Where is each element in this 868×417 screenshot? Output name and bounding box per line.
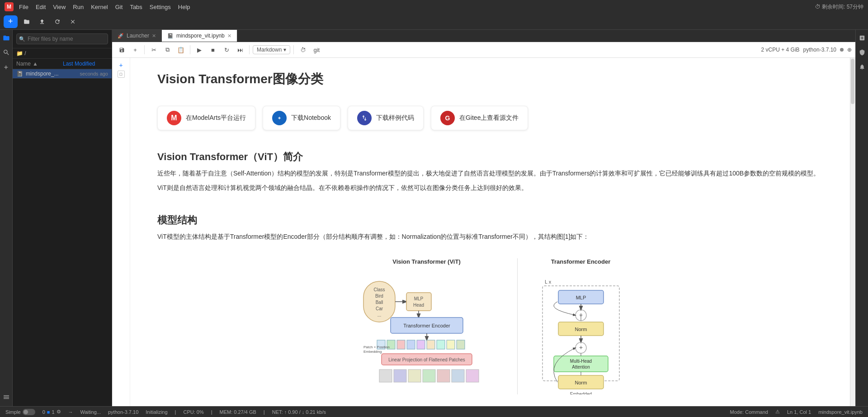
svg-rect-19	[417, 340, 425, 349]
section2-p1: ViT模型的主体结构是基于Transformer模型的Encoder部分（部分结…	[157, 232, 823, 242]
menu-edit[interactable]: Edit	[36, 4, 46, 10]
nb-clock-button[interactable]: ⏱	[297, 44, 309, 56]
notebook-main-content[interactable]: Vision Transformer图像分类 M 在ModelArts平台运行 …	[130, 58, 850, 406]
nb-cut-button[interactable]: ✂	[148, 44, 160, 56]
simple-mode-area: Simple	[5, 409, 35, 415]
column-modified-header[interactable]: Last Modified	[63, 61, 108, 67]
transformer-diagram-title: Transformer Encoder	[551, 258, 611, 265]
nb-restart-button[interactable]: ↻	[221, 44, 232, 56]
top-menu-bar: M File Edit View Run Kernel Git Tabs Set…	[0, 0, 868, 14]
kernel-label: python-3.7.10	[108, 409, 138, 415]
expand-cell-btn[interactable]: □	[118, 71, 125, 78]
menu-git[interactable]: Git	[115, 4, 123, 10]
waiting-status: Waiting...	[80, 409, 101, 415]
sidebar-icon-files[interactable]	[1, 33, 12, 43]
download-code-btn[interactable]: 下载样例代码	[348, 106, 424, 130]
sidebar-icon-git[interactable]	[1, 62, 12, 72]
tabs-bar: 🚀 Launcher ✕ 📓 mindspore_vit.ipynb ✕	[112, 30, 855, 42]
menu-kernel[interactable]: Kernel	[91, 4, 108, 10]
diagram-divider	[517, 258, 518, 394]
menu-file[interactable]: File	[19, 4, 28, 10]
svg-rect-20	[427, 340, 435, 349]
toggle-knob	[24, 410, 28, 414]
scrollbar-thumb[interactable]	[851, 59, 854, 104]
svg-text:Class: Class	[373, 287, 385, 292]
menu-help[interactable]: Help	[178, 4, 190, 10]
svg-text:MLP: MLP	[576, 295, 586, 300]
tab-launcher-icon: 🚀	[118, 33, 124, 39]
sort-icon: ▲	[33, 61, 38, 67]
svg-text:Head: Head	[413, 303, 424, 308]
right-sidebar	[855, 30, 868, 406]
notebook-scroll-area: + □ Vision Transformer图像分类 M 在ModelArts平…	[112, 58, 855, 406]
file-item[interactable]: 📓 mindspore_... seconds ago	[13, 69, 112, 79]
left-sidebar-icons	[0, 30, 13, 406]
menu-view[interactable]: View	[53, 4, 66, 10]
simple-label: Simple	[5, 409, 21, 415]
upload-button[interactable]	[36, 15, 48, 28]
menu-settings[interactable]: Settings	[150, 4, 171, 10]
tab-launcher-close[interactable]: ✕	[152, 33, 156, 39]
nb-paste-button[interactable]: 📋	[175, 44, 187, 56]
nb-interrupt-button[interactable]: ■	[207, 44, 219, 56]
cell-type-dropdown[interactable]: Markdown ▾	[253, 45, 290, 54]
modelarts-icon: M	[167, 111, 181, 125]
app-logo: M	[5, 2, 14, 11]
net-status: NET: ↑ 0.90 / ↓ 0.21 kb/s	[272, 409, 326, 415]
refresh-button[interactable]	[51, 15, 64, 28]
sidebar-icon-search[interactable]	[1, 47, 12, 58]
kernel-initializing: Initializing	[146, 409, 167, 415]
action-buttons-row: M 在ModelArts平台运行 下载Notebook 下载样例代码	[157, 106, 823, 130]
section2-title: 模型结构	[157, 213, 823, 227]
nb-run-button[interactable]: ▶	[193, 44, 205, 56]
nb-save-button[interactable]	[116, 44, 127, 56]
notebook-status-right: 2 vCPU + 4 GiB python-3.7.10 ⊕	[761, 47, 852, 53]
search-input[interactable]	[16, 33, 108, 44]
svg-rect-26	[379, 370, 392, 382]
sidebar-icon-list[interactable]	[1, 392, 12, 403]
kernel-status-dot	[840, 48, 844, 52]
file-path-display: 📁 /	[13, 48, 112, 59]
svg-rect-18	[407, 340, 415, 349]
menu-run[interactable]: Run	[73, 4, 84, 10]
view-gitee-btn[interactable]: G 在Gitee上查看源文件	[431, 106, 528, 130]
cell-number: 1	[52, 409, 54, 415]
column-name-header[interactable]: Name ▲	[16, 61, 63, 67]
nb-add-cell-button[interactable]: +	[129, 44, 141, 56]
clear-button[interactable]	[66, 15, 79, 28]
tab-launcher[interactable]: 🚀 Launcher ✕	[112, 30, 162, 42]
vit-diagram-box: Vision Transformer (ViT) Class Bird Ball…	[354, 258, 499, 394]
file-browser-panel: 🔍 📁 / Name ▲ Last Modified 📓 mindspore_.…	[13, 30, 112, 406]
right-sidebar-icon-add[interactable]	[857, 33, 868, 43]
add-cell-top[interactable]: +	[119, 62, 123, 69]
svg-text:L x: L x	[545, 279, 552, 284]
tab-notebook-close[interactable]: ✕	[227, 33, 231, 39]
run-modelarts-btn[interactable]: M 在ModelArts平台运行	[157, 106, 255, 130]
svg-rect-32	[466, 370, 479, 382]
main-toolbar: +	[0, 14, 868, 30]
share-button[interactable]: ⊕	[847, 47, 852, 53]
open-button[interactable]	[20, 15, 33, 28]
warning-icon: ⚠	[775, 409, 780, 415]
svg-rect-21	[437, 340, 445, 349]
main-content: 🔍 📁 / Name ▲ Last Modified 📓 mindspore_.…	[0, 30, 868, 406]
diagram-container: Vision Transformer (ViT) Class Bird Ball…	[157, 258, 823, 394]
notebook-scrollbar[interactable]	[850, 58, 855, 406]
simple-toggle[interactable]	[23, 409, 35, 415]
title-cell: Vision Transformer图像分类	[157, 67, 823, 99]
nb-git-button[interactable]: git	[311, 44, 322, 56]
file-modified-time: seconds ago	[72, 71, 108, 76]
svg-rect-23	[457, 340, 465, 349]
new-button[interactable]: +	[4, 15, 18, 28]
nb-copy-button[interactable]: ⧉	[161, 44, 173, 56]
svg-rect-29	[423, 370, 435, 382]
section2-cell: 模型结构 ViT模型的主体结构是基于Transformer模型的Encoder部…	[157, 201, 823, 250]
menu-tabs[interactable]: Tabs	[130, 4, 142, 10]
cell-settings-icon[interactable]: ⚙	[57, 409, 61, 415]
nb-run-all-button[interactable]: ⏭	[234, 44, 246, 56]
right-sidebar-icon-settings2[interactable]	[857, 62, 868, 72]
right-sidebar-icon-settings1[interactable]	[857, 47, 868, 58]
tab-notebook[interactable]: 📓 mindspore_vit.ipynb ✕	[162, 30, 237, 42]
notebook-title: Vision Transformer图像分类	[157, 71, 823, 88]
download-notebook-btn[interactable]: 下载Notebook	[263, 106, 340, 130]
